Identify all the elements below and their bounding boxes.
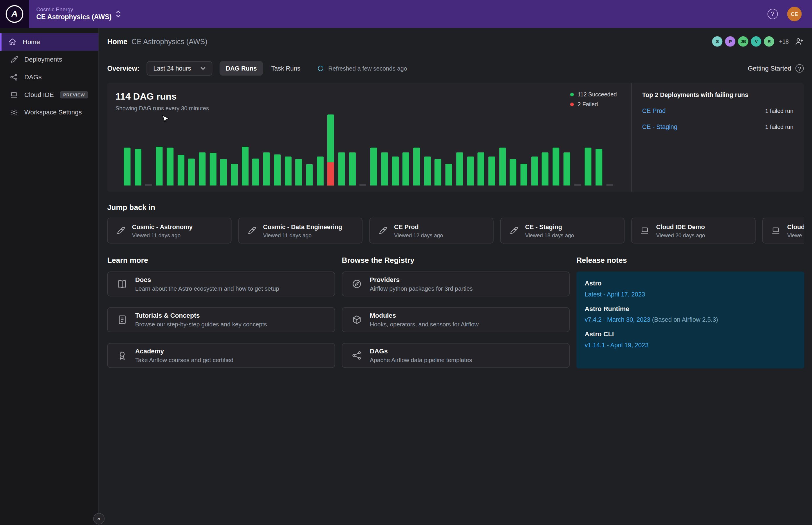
- tab-task-runs[interactable]: Task Runs: [265, 61, 307, 76]
- sidebar-item-deployments[interactable]: Deployments: [0, 51, 98, 69]
- deployment-link[interactable]: CE - Staging: [642, 123, 677, 131]
- dag-run-bar[interactable]: [520, 164, 527, 185]
- release-version-link[interactable]: Latest - April 17, 2023: [585, 291, 796, 298]
- dag-run-bar[interactable]: [231, 164, 238, 185]
- dag-run-bar[interactable]: [124, 148, 130, 185]
- dag-run-bar[interactable]: [585, 148, 591, 185]
- dag-run-bar[interactable]: [606, 184, 613, 185]
- release-notes-title: Release notes: [576, 256, 804, 265]
- dag-run-bar[interactable]: [488, 156, 495, 185]
- info-card[interactable]: DAGsApache Airflow data pipeline templat…: [342, 343, 570, 368]
- learn-more-title: Learn more: [107, 256, 335, 265]
- sidebar-item-label: Deployments: [25, 56, 62, 63]
- help-icon[interactable]: ?: [768, 9, 778, 19]
- sidebar-item-dags[interactable]: DAGs: [0, 69, 98, 86]
- jump-back-in-card[interactable]: Cosmic - Data EngineeringViewed 11 days …: [238, 217, 362, 243]
- dag-run-bar[interactable]: [285, 156, 291, 185]
- dag-run-bar[interactable]: [370, 148, 377, 185]
- dag-run-bar[interactable]: [403, 152, 409, 185]
- member-avatar[interactable]: P: [725, 36, 736, 47]
- card-subtitle: Airflow python packages for 3rd parties: [370, 285, 473, 291]
- dag-run-bar[interactable]: [177, 155, 184, 185]
- rocket-icon: [10, 56, 18, 64]
- release-version-link[interactable]: v1.14.1 - April 19, 2023: [585, 342, 796, 349]
- dag-run-bar[interactable]: [188, 159, 195, 185]
- time-range-select[interactable]: Last 24 hours: [146, 61, 212, 76]
- sidebar-item-cloud-ide[interactable]: Cloud IDE PREVIEW: [0, 86, 98, 104]
- dag-run-bar[interactable]: [134, 149, 141, 185]
- top-bar: A Cosmic Energy CE Astrophysics (AWS) ? …: [0, 0, 812, 28]
- release-version-link[interactable]: v7.4.2 - March 30, 2023 (Based on Airflo…: [585, 316, 796, 324]
- refresh-icon[interactable]: [317, 65, 324, 72]
- dag-run-bar[interactable]: [295, 159, 302, 185]
- dag-run-bar[interactable]: [209, 153, 216, 185]
- dag-run-bar[interactable]: [381, 152, 388, 185]
- dag-run-bar[interactable]: [327, 115, 334, 185]
- dag-run-bar[interactable]: [531, 156, 538, 185]
- dag-run-bar[interactable]: [242, 146, 248, 185]
- workspace-switcher[interactable]: Cosmic Energy CE Astrophysics (AWS): [36, 6, 121, 21]
- dag-run-bar[interactable]: [274, 154, 281, 185]
- dag-run-bar[interactable]: [317, 156, 324, 185]
- dag-run-bar[interactable]: [360, 184, 366, 185]
- chart-title: 114 DAG runs: [115, 91, 631, 102]
- getting-started-link[interactable]: Getting Started ?: [748, 64, 804, 73]
- dag-run-bar[interactable]: [220, 159, 227, 185]
- user-avatar[interactable]: CE: [787, 7, 801, 21]
- dag-run-bar[interactable]: [263, 152, 270, 185]
- info-card[interactable]: ProvidersAirflow python packages for 3rd…: [342, 271, 570, 297]
- jump-back-in-card[interactable]: Cosmic - AstronomyViewed 11 days ago: [107, 217, 231, 243]
- dag-run-bar[interactable]: [552, 148, 559, 185]
- member-avatar[interactable]: V: [751, 36, 762, 47]
- dag-run-bar[interactable]: [467, 156, 474, 185]
- dag-run-bar[interactable]: [424, 156, 431, 185]
- succeeded-dot: [570, 93, 574, 96]
- dag-run-bar[interactable]: [499, 148, 506, 185]
- dag-run-bar[interactable]: [510, 159, 517, 185]
- info-card[interactable]: AcademyTake Airflow courses and get cert…: [107, 343, 335, 368]
- release-notes-section: Release notes Astro Latest - April 17, 2…: [576, 256, 804, 369]
- dag-run-bar[interactable]: [446, 164, 452, 185]
- deployment-link[interactable]: CE Prod: [642, 107, 666, 115]
- jump-back-in-card[interactable]: CE - StagingViewed 18 days ago: [500, 217, 625, 243]
- astronomer-logo[interactable]: A: [0, 0, 29, 28]
- member-avatar[interactable]: S: [712, 36, 723, 47]
- dag-run-bar[interactable]: [574, 184, 581, 185]
- sidebar-item-workspace-settings[interactable]: Workspace Settings: [0, 104, 98, 121]
- dag-run-bar[interactable]: [252, 159, 259, 185]
- dag-run-bar[interactable]: [456, 152, 463, 185]
- member-avatar[interactable]: JB: [738, 36, 748, 47]
- info-card[interactable]: DocsLearn about the Astro ecosystem and …: [107, 271, 335, 297]
- info-card[interactable]: Tutorials & ConceptsBrowse our step-by-s…: [107, 307, 335, 332]
- dag-run-bar[interactable]: [338, 152, 345, 185]
- tab-dag-runs[interactable]: DAG Runs: [219, 61, 263, 76]
- member-avatar[interactable]: R: [764, 36, 775, 47]
- dag-run-bar[interactable]: [435, 159, 441, 185]
- overview-toolbar: Overview: Last 24 hours DAG Runs Task Ru…: [107, 58, 803, 79]
- dag-runs-chart: 114 DAG runs Showing DAG runs every 30 m…: [107, 83, 631, 192]
- dag-run-bar[interactable]: [349, 152, 356, 185]
- card-title: CE Prod: [394, 223, 443, 230]
- jump-back-in-card[interactable]: Cloud IDE DemoViewed 20 days ago: [631, 217, 755, 243]
- dag-run-bar[interactable]: [306, 164, 313, 185]
- laptop-icon: [771, 226, 780, 235]
- dag-run-bar[interactable]: [392, 156, 399, 185]
- help-glyph: ?: [771, 11, 775, 18]
- dag-run-bar[interactable]: [595, 149, 602, 185]
- info-card[interactable]: ModulesHooks, operators, and sensors for…: [342, 307, 570, 332]
- dag-run-bar[interactable]: [167, 148, 173, 185]
- dag-run-bar[interactable]: [145, 184, 152, 185]
- dag-run-bar[interactable]: [156, 146, 162, 185]
- jump-back-in-card[interactable]: CE ProdViewed 12 days ago: [369, 217, 493, 243]
- dag-run-bar[interactable]: [563, 152, 570, 185]
- breadcrumb-workspace: CE Astrophysics (AWS): [131, 37, 207, 46]
- dag-run-bar[interactable]: [478, 152, 484, 185]
- jump-back-in-card[interactable]: CloudViewe: [762, 217, 804, 243]
- sidebar-item-home[interactable]: Home: [0, 33, 98, 51]
- dag-run-bar[interactable]: [199, 152, 205, 185]
- add-member-icon[interactable]: [794, 37, 803, 46]
- sidebar-collapse-button[interactable]: «: [93, 513, 105, 524]
- dag-run-bar[interactable]: [413, 148, 420, 185]
- user-avatar-initials: CE: [791, 11, 798, 17]
- dag-run-bar[interactable]: [542, 152, 548, 185]
